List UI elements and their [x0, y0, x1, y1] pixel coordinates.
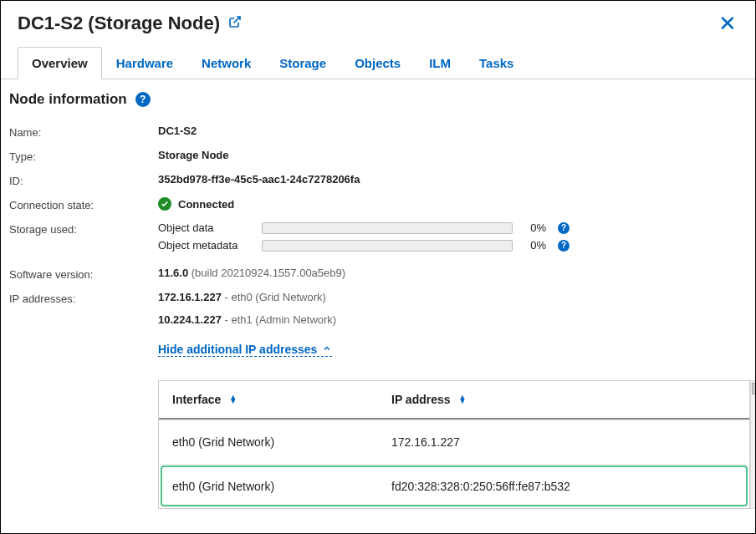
table-row: eth0 (Grid Network) fd20:328:328:0:250:5… — [159, 464, 749, 508]
label-name: Name: — [9, 125, 158, 139]
scrollbar[interactable] — [750, 380, 756, 509]
sort-icon[interactable]: ▲▼ — [229, 395, 237, 404]
value-software-build: (build 20210924.1557.00a5eb9) — [188, 267, 345, 279]
tab-storage[interactable]: Storage — [265, 47, 340, 79]
label-id: ID: — [9, 173, 158, 187]
tab-network[interactable]: Network — [187, 47, 265, 79]
chevron-up-icon — [322, 343, 332, 356]
hide-additional-ips-link[interactable]: Hide additional IP addresses — [158, 343, 332, 357]
close-icon[interactable]: ✕ — [717, 13, 738, 34]
label-software-version: Software version: — [9, 267, 158, 281]
tab-tasks[interactable]: Tasks — [465, 47, 528, 79]
panel-header: DC1-S2 (Storage Node) ✕ — [1, 1, 755, 39]
storage-row-object-data: Object data 0% ? — [158, 221, 747, 234]
col-header-ip[interactable]: IP address ▲▼ — [378, 381, 749, 418]
section-heading: Node information — [9, 91, 127, 108]
label-type: Type: — [9, 149, 158, 163]
tab-objects[interactable]: Objects — [340, 47, 415, 79]
value-name: DC1-S2 — [158, 125, 747, 137]
check-circle-icon — [158, 197, 171, 211]
progress-bar — [262, 222, 513, 234]
primary-ip-row: 10.224.1.227 - eth1 (Admin Network) — [158, 313, 750, 326]
svg-line-0 — [234, 17, 240, 23]
page-title: DC1-S2 (Storage Node) — [18, 13, 220, 34]
table-row: eth0 (Grid Network) 172.16.1.227 — [159, 420, 749, 464]
label-storage-used: Storage used: — [9, 221, 158, 236]
col-header-interface[interactable]: Interface ▲▼ — [159, 381, 378, 418]
label-ip-addresses: IP addresses: — [9, 291, 158, 305]
tab-overview[interactable]: Overview — [18, 47, 102, 79]
open-new-window-icon[interactable] — [228, 15, 242, 32]
tab-bar: Overview Hardware Network Storage Object… — [1, 46, 755, 79]
value-type: Storage Node — [158, 149, 747, 161]
ip-address-table: Interface ▲▼ IP address ▲▼ eth0 (Grid Ne… — [158, 380, 750, 509]
sort-icon[interactable]: ▲▼ — [459, 395, 467, 404]
progress-bar — [262, 240, 513, 252]
help-icon[interactable]: ? — [558, 222, 570, 234]
value-software-version: 11.6.0 — [158, 267, 188, 279]
tab-ilm[interactable]: ILM — [415, 47, 465, 79]
tab-hardware[interactable]: Hardware — [102, 47, 187, 79]
help-icon[interactable]: ? — [135, 92, 151, 107]
value-connection: Connected — [178, 198, 234, 211]
value-id: 352bd978-ff3e-45c5-aac1-24c7278206fa — [158, 173, 747, 186]
help-icon[interactable]: ? — [558, 240, 570, 252]
scrollbar-thumb[interactable] — [752, 383, 756, 394]
label-connection: Connection state: — [9, 197, 158, 211]
primary-ip-row: 172.16.1.227 - eth0 (Grid Network) — [158, 291, 750, 303]
storage-row-object-metadata: Object metadata 0% ? — [158, 239, 747, 252]
